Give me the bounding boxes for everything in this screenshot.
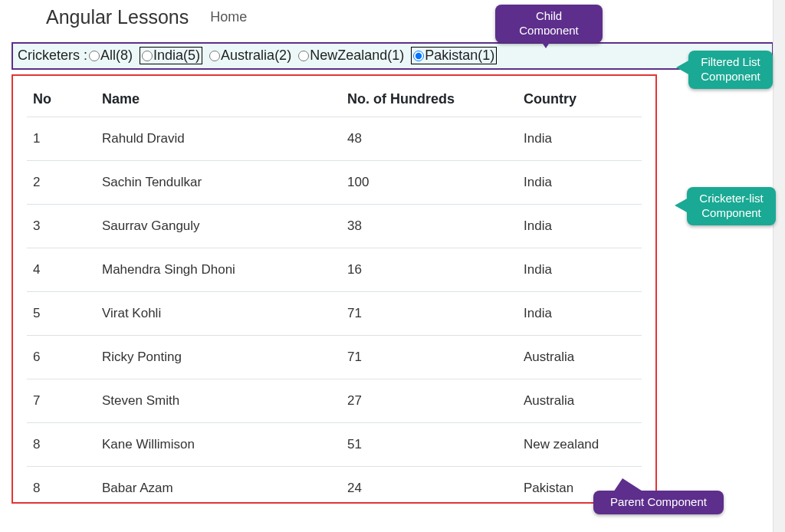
table-row: 7Steven Smith27Australia	[27, 379, 642, 422]
cell-country: Australia	[517, 379, 642, 422]
table-header-row: No Name No. of Hundreds Country	[27, 84, 642, 117]
filter-option[interactable]: Australia(2)	[209, 48, 291, 64]
cell-country: Australia	[517, 335, 642, 379]
cell-hundreds: 48	[341, 117, 517, 160]
filter-radio[interactable]	[413, 51, 424, 61]
nav-home-link[interactable]: Home	[210, 9, 247, 25]
cell-no: 2	[27, 160, 96, 204]
navbar: Angular Lessons Home	[0, 0, 785, 34]
callout-filtered-tail-icon	[676, 60, 690, 75]
filter-radio[interactable]	[142, 51, 153, 61]
filter-option[interactable]: Pakistan(1)	[411, 47, 497, 64]
header-country: Country	[517, 84, 642, 117]
filter-radio[interactable]	[209, 51, 220, 61]
cell-name: Kane Willimison	[96, 422, 341, 466]
filter-option[interactable]: NewZealand(1)	[298, 48, 404, 64]
table-row: 5Virat Kohli71India	[27, 291, 642, 335]
filter-option-text: NewZealand(1)	[310, 48, 404, 64]
header-hundreds: No. of Hundreds	[341, 84, 517, 117]
cell-name: Virat Kohli	[96, 291, 341, 335]
cell-name: Saurrav Ganguly	[96, 204, 341, 248]
cell-hundreds: 100	[341, 160, 517, 204]
cell-no: 8	[27, 466, 96, 510]
callout-parent-tail-icon	[613, 478, 644, 492]
filter-option-text: Australia(2)	[221, 48, 291, 64]
cell-no: 5	[27, 291, 96, 335]
filter-label: Cricketers :	[18, 48, 87, 64]
table-row: 8Kane Willimison51New zealand	[27, 422, 642, 466]
filter-option[interactable]: India(5)	[140, 47, 202, 64]
cell-hundreds: 16	[341, 248, 517, 291]
cell-no: 3	[27, 204, 96, 248]
cricketer-table-container: No Name No. of Hundreds Country 1Rahuld …	[11, 74, 657, 504]
cell-name: Mahendra Singh Dhoni	[96, 248, 341, 291]
callout-parent-component: Parent Component	[593, 491, 724, 514]
cell-name: Sachin Tendulkar	[96, 160, 341, 204]
table-row: 8Babar Azam24Pakistan	[27, 466, 642, 510]
cell-hundreds: 71	[341, 291, 517, 335]
cell-hundreds: 71	[341, 335, 517, 379]
cell-country: India	[517, 160, 642, 204]
filter-option[interactable]: All(8)	[89, 48, 133, 64]
cell-hundreds: 38	[341, 204, 517, 248]
cell-no: 8	[27, 422, 96, 466]
cell-no: 1	[27, 117, 96, 160]
cell-name: Rahuld Dravid	[96, 117, 341, 160]
header-name: Name	[96, 84, 341, 117]
app-brand: Angular Lessons	[46, 6, 189, 28]
cell-hundreds: 24	[341, 466, 517, 510]
callout-child-tail-icon	[537, 34, 555, 48]
table-row: 3Saurrav Ganguly38India	[27, 204, 642, 248]
filter-bar: Cricketers : All(8) India(5) Australia(2…	[11, 42, 774, 70]
cricketer-table: No Name No. of Hundreds Country 1Rahuld …	[27, 84, 642, 510]
table-row: 6Ricky Ponting71Australia	[27, 335, 642, 379]
filter-radio[interactable]	[89, 51, 100, 61]
callout-filtered-list: Filtered List Component	[688, 51, 773, 89]
cell-country: India	[517, 248, 642, 291]
filter-option-text: All(8)	[100, 48, 133, 64]
cell-hundreds: 51	[341, 422, 517, 466]
filter-option-text: India(5)	[153, 48, 200, 64]
table-row: 4Mahendra Singh Dhoni16India	[27, 248, 642, 291]
cell-no: 7	[27, 379, 96, 422]
callout-cricketer-list: Cricketer-list Component	[687, 187, 776, 225]
cell-hundreds: 27	[341, 379, 517, 422]
cell-name: Steven Smith	[96, 379, 341, 422]
cell-country: India	[517, 204, 642, 248]
cell-no: 4	[27, 248, 96, 291]
cell-country: India	[517, 117, 642, 160]
cell-name: Ricky Ponting	[96, 335, 341, 379]
filter-option-text: Pakistan(1)	[425, 48, 494, 64]
scrollbar-track[interactable]	[773, 0, 785, 532]
cell-country: New zealand	[517, 422, 642, 466]
cell-no: 6	[27, 335, 96, 379]
cell-name: Babar Azam	[96, 466, 341, 510]
callout-cricketer-tail-icon	[675, 198, 688, 213]
table-row: 2Sachin Tendulkar100India	[27, 160, 642, 204]
filter-radio[interactable]	[298, 51, 309, 61]
table-row: 1Rahuld Dravid48India	[27, 117, 642, 160]
header-no: No	[27, 84, 96, 117]
cell-country: India	[517, 291, 642, 335]
